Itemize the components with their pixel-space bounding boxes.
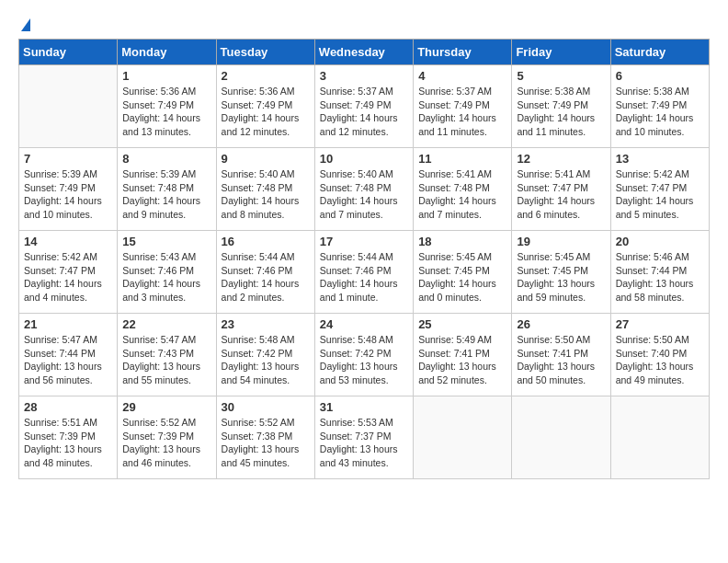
day-info: Sunrise: 5:40 AM Sunset: 7:48 PM Dayligh…	[320, 167, 408, 222]
day-number: 19	[517, 235, 605, 248]
day-info: Sunrise: 5:36 AM Sunset: 7:49 PM Dayligh…	[122, 85, 210, 139]
calendar-cell: 20Sunrise: 5:46 AM Sunset: 7:44 PM Dayli…	[610, 231, 709, 314]
day-number: 17	[320, 235, 408, 248]
day-header-friday: Friday	[512, 40, 610, 65]
day-number: 27	[616, 317, 704, 331]
calendar-cell: 22Sunrise: 5:47 AM Sunset: 7:43 PM Dayli…	[118, 314, 216, 396]
day-number: 3	[320, 69, 408, 83]
day-info: Sunrise: 5:44 AM Sunset: 7:46 PM Dayligh…	[320, 250, 408, 304]
calendar-cell: 17Sunrise: 5:44 AM Sunset: 7:46 PM Dayli…	[314, 231, 413, 314]
calendar-cell: 7Sunrise: 5:39 AM Sunset: 7:49 PM Daylig…	[19, 148, 118, 231]
day-info: Sunrise: 5:39 AM Sunset: 7:48 PM Dayligh…	[122, 167, 210, 222]
day-number: 13	[616, 152, 704, 166]
day-info: Sunrise: 5:36 AM Sunset: 7:49 PM Dayligh…	[222, 85, 310, 139]
day-number: 9	[222, 152, 310, 166]
day-info: Sunrise: 5:53 AM Sunset: 7:37 PM Dayligh…	[320, 416, 408, 470]
day-info: Sunrise: 5:42 AM Sunset: 7:47 PM Dayligh…	[616, 167, 704, 222]
day-info: Sunrise: 5:42 AM Sunset: 7:47 PM Dayligh…	[24, 250, 112, 304]
calendar-cell: 27Sunrise: 5:50 AM Sunset: 7:40 PM Dayli…	[610, 314, 709, 396]
day-number: 16	[222, 235, 310, 248]
day-number: 10	[320, 152, 408, 166]
calendar-cell: 31Sunrise: 5:53 AM Sunset: 7:37 PM Dayli…	[314, 396, 413, 479]
day-number: 26	[517, 317, 605, 331]
day-header-saturday: Saturday	[610, 40, 709, 65]
day-info: Sunrise: 5:38 AM Sunset: 7:49 PM Dayligh…	[517, 85, 605, 139]
calendar-cell: 28Sunrise: 5:51 AM Sunset: 7:39 PM Dayli…	[19, 396, 118, 479]
day-info: Sunrise: 5:40 AM Sunset: 7:48 PM Dayligh…	[222, 167, 310, 222]
calendar-cell: 1Sunrise: 5:36 AM Sunset: 7:49 PM Daylig…	[118, 65, 216, 148]
week-row-1: 1Sunrise: 5:36 AM Sunset: 7:49 PM Daylig…	[19, 65, 710, 148]
calendar-cell: 16Sunrise: 5:44 AM Sunset: 7:46 PM Dayli…	[216, 231, 314, 314]
day-info: Sunrise: 5:52 AM Sunset: 7:39 PM Dayligh…	[122, 416, 210, 470]
day-info: Sunrise: 5:41 AM Sunset: 7:48 PM Dayligh…	[418, 167, 506, 222]
day-number: 20	[616, 235, 704, 248]
calendar-cell: 19Sunrise: 5:45 AM Sunset: 7:45 PM Dayli…	[512, 231, 610, 314]
calendar-cell: 10Sunrise: 5:40 AM Sunset: 7:48 PM Dayli…	[314, 148, 413, 231]
calendar-cell: 12Sunrise: 5:41 AM Sunset: 7:47 PM Dayli…	[512, 148, 610, 231]
day-info: Sunrise: 5:50 AM Sunset: 7:40 PM Dayligh…	[616, 333, 704, 387]
calendar-cell: 26Sunrise: 5:50 AM Sunset: 7:41 PM Dayli…	[512, 314, 610, 396]
day-info: Sunrise: 5:47 AM Sunset: 7:44 PM Dayligh…	[24, 333, 112, 387]
calendar-cell: 15Sunrise: 5:43 AM Sunset: 7:46 PM Dayli…	[118, 231, 216, 314]
calendar-cell: 25Sunrise: 5:49 AM Sunset: 7:41 PM Dayli…	[414, 314, 512, 396]
day-number: 14	[24, 235, 112, 248]
day-number: 11	[418, 152, 506, 166]
day-info: Sunrise: 5:48 AM Sunset: 7:42 PM Dayligh…	[222, 333, 310, 387]
calendar-table: SundayMondayTuesdayWednesdayThursdayFrid…	[18, 39, 710, 479]
calendar-cell: 8Sunrise: 5:39 AM Sunset: 7:48 PM Daylig…	[118, 148, 216, 231]
calendar-cell: 2Sunrise: 5:36 AM Sunset: 7:49 PM Daylig…	[216, 65, 314, 148]
logo	[18, 18, 30, 29]
calendar-cell	[512, 396, 610, 479]
calendar-cell: 21Sunrise: 5:47 AM Sunset: 7:44 PM Dayli…	[19, 314, 118, 396]
day-number: 2	[222, 69, 310, 83]
day-number: 25	[418, 317, 506, 331]
day-number: 22	[122, 317, 210, 331]
day-number: 4	[418, 69, 506, 83]
day-number: 12	[517, 152, 605, 166]
day-number: 15	[122, 235, 210, 248]
day-info: Sunrise: 5:49 AM Sunset: 7:41 PM Dayligh…	[418, 333, 506, 387]
calendar-cell: 14Sunrise: 5:42 AM Sunset: 7:47 PM Dayli…	[19, 231, 118, 314]
day-info: Sunrise: 5:44 AM Sunset: 7:46 PM Dayligh…	[222, 250, 310, 304]
day-info: Sunrise: 5:45 AM Sunset: 7:45 PM Dayligh…	[517, 250, 605, 304]
calendar-cell: 5Sunrise: 5:38 AM Sunset: 7:49 PM Daylig…	[512, 65, 610, 148]
day-info: Sunrise: 5:46 AM Sunset: 7:44 PM Dayligh…	[616, 250, 704, 304]
calendar-cell: 6Sunrise: 5:38 AM Sunset: 7:49 PM Daylig…	[610, 65, 709, 148]
day-header-tuesday: Tuesday	[216, 40, 314, 65]
calendar-cell: 29Sunrise: 5:52 AM Sunset: 7:39 PM Dayli…	[118, 396, 216, 479]
week-row-3: 14Sunrise: 5:42 AM Sunset: 7:47 PM Dayli…	[19, 231, 710, 314]
calendar-cell: 4Sunrise: 5:37 AM Sunset: 7:49 PM Daylig…	[414, 65, 512, 148]
calendar-cell	[610, 396, 709, 479]
calendar-cell: 23Sunrise: 5:48 AM Sunset: 7:42 PM Dayli…	[216, 314, 314, 396]
day-header-thursday: Thursday	[414, 40, 512, 65]
day-number: 29	[122, 400, 210, 414]
day-info: Sunrise: 5:39 AM Sunset: 7:49 PM Dayligh…	[24, 167, 112, 222]
day-number: 31	[320, 400, 408, 414]
day-info: Sunrise: 5:51 AM Sunset: 7:39 PM Dayligh…	[24, 416, 112, 470]
calendar-cell	[19, 65, 118, 148]
calendar-cell	[414, 396, 512, 479]
day-header-sunday: Sunday	[19, 40, 118, 65]
day-number: 7	[24, 152, 112, 166]
week-row-2: 7Sunrise: 5:39 AM Sunset: 7:49 PM Daylig…	[19, 148, 710, 231]
week-row-4: 21Sunrise: 5:47 AM Sunset: 7:44 PM Dayli…	[19, 314, 710, 396]
day-info: Sunrise: 5:43 AM Sunset: 7:46 PM Dayligh…	[122, 250, 210, 304]
calendar-cell: 9Sunrise: 5:40 AM Sunset: 7:48 PM Daylig…	[216, 148, 314, 231]
day-number: 18	[418, 235, 506, 248]
calendar-cell: 30Sunrise: 5:52 AM Sunset: 7:38 PM Dayli…	[216, 396, 314, 479]
day-header-wednesday: Wednesday	[314, 40, 413, 65]
calendar-cell: 18Sunrise: 5:45 AM Sunset: 7:45 PM Dayli…	[414, 231, 512, 314]
day-info: Sunrise: 5:37 AM Sunset: 7:49 PM Dayligh…	[418, 85, 506, 139]
day-number: 21	[24, 317, 112, 331]
day-info: Sunrise: 5:38 AM Sunset: 7:49 PM Dayligh…	[616, 85, 704, 139]
calendar-cell: 11Sunrise: 5:41 AM Sunset: 7:48 PM Dayli…	[414, 148, 512, 231]
day-info: Sunrise: 5:52 AM Sunset: 7:38 PM Dayligh…	[222, 416, 310, 470]
calendar-cell: 24Sunrise: 5:48 AM Sunset: 7:42 PM Dayli…	[314, 314, 413, 396]
day-info: Sunrise: 5:47 AM Sunset: 7:43 PM Dayligh…	[122, 333, 210, 387]
day-info: Sunrise: 5:37 AM Sunset: 7:49 PM Dayligh…	[320, 85, 408, 139]
day-number: 5	[517, 69, 605, 83]
day-number: 28	[24, 400, 112, 414]
day-number: 30	[222, 400, 310, 414]
week-row-5: 28Sunrise: 5:51 AM Sunset: 7:39 PM Dayli…	[19, 396, 710, 479]
day-info: Sunrise: 5:45 AM Sunset: 7:45 PM Dayligh…	[418, 250, 506, 304]
